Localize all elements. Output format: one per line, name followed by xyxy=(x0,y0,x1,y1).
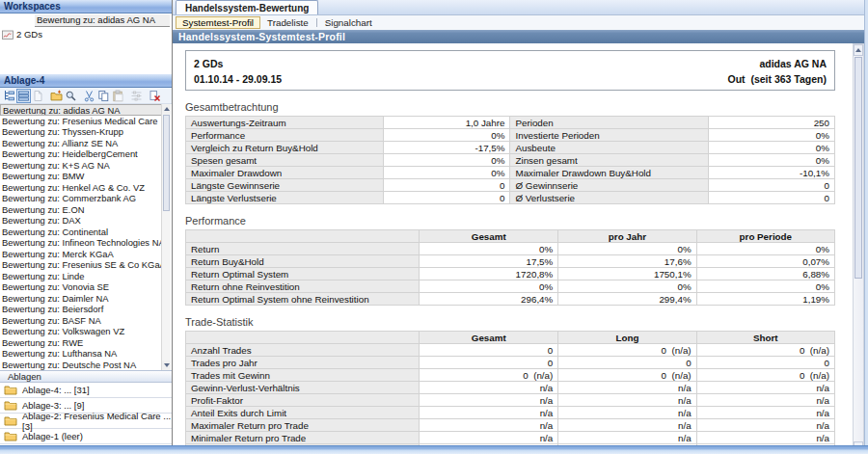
stat-value: n/a xyxy=(696,394,834,407)
tree-view-icon xyxy=(3,90,15,102)
list-item[interactable]: Bewertung zu: Vonovia SE xyxy=(0,281,162,293)
column-header: pro Jahr xyxy=(558,230,696,243)
application-window: Workspaces Bewertung zu: adidas AG NA 2 … xyxy=(0,0,868,454)
list-item[interactable]: Bewertung zu: BASF NA xyxy=(0,315,162,327)
main-scrollbar[interactable] xyxy=(853,43,864,454)
stat-label: Maximaler Drawdown xyxy=(186,167,384,179)
list-item[interactable]: Bewertung zu: Henkel AG & Co. VZ xyxy=(0,182,162,194)
subtab-systemtest-profil[interactable]: Systemtest-Profil xyxy=(176,16,260,29)
list-item[interactable]: Bewertung zu: Continental xyxy=(0,227,162,238)
stat-label: Auswertungs-Zeitraum xyxy=(186,117,384,129)
search-button[interactable] xyxy=(64,89,78,103)
list-scroll-up-button[interactable] xyxy=(162,104,171,114)
subtab-tradeliste[interactable]: Tradeliste xyxy=(260,16,315,29)
stat-label: Return Buy&Hold xyxy=(186,255,420,268)
list-item[interactable]: Bewertung zu: adidas AG NA xyxy=(0,104,162,116)
list-item[interactable]: Bewertung zu: Merck KGaA xyxy=(0,249,162,260)
stat-value: n/a xyxy=(558,432,696,444)
workspaces-header: Workspaces xyxy=(0,0,172,13)
scroll-up-button[interactable] xyxy=(854,44,863,56)
stat-label: Performance xyxy=(186,129,384,142)
folder-icon xyxy=(4,400,17,411)
table-row: Return0%0%0% xyxy=(186,243,835,255)
list-item[interactable]: Bewertung zu: Thyssen-Krupp xyxy=(0,126,162,138)
ablagen-header: Ablagen xyxy=(0,370,172,383)
folder-row[interactable]: Ablage-2: Fresenius Medical Care ... [3] xyxy=(0,414,172,429)
list-item[interactable]: Bewertung zu: RWE xyxy=(0,337,162,349)
workspace-group-item[interactable]: Bewertung zu: adidas AG NA xyxy=(35,14,170,27)
copy-button[interactable] xyxy=(96,89,111,103)
paste-button[interactable] xyxy=(111,89,125,103)
gd-chart-icon xyxy=(2,29,14,40)
properties-button[interactable] xyxy=(129,89,144,103)
stat-label: Anteil Exits durch Limit xyxy=(186,407,420,419)
list-item[interactable]: Bewertung zu: Fresenius Medical Care xyxy=(0,116,162,127)
stat-value: 0% xyxy=(696,280,834,293)
arrow-down-icon xyxy=(164,363,170,367)
table-row: Maximaler Drawdown0%Maximaler Drawdown B… xyxy=(186,167,835,179)
table-row: Minimaler Return pro Traden/an/an/a xyxy=(186,432,835,444)
stat-label: Trades pro Jahr xyxy=(186,357,420,369)
workspaces-title: Workspaces xyxy=(4,1,61,12)
stat-value: n/a xyxy=(696,382,834,394)
stat-value: 299,4% xyxy=(558,293,696,306)
list-scrollbar[interactable] xyxy=(161,104,171,370)
list-item[interactable]: Bewertung zu: Fresenius SE & Co KGaA xyxy=(0,259,162,271)
stat-value: 0% xyxy=(384,129,510,142)
stat-value: -17,5% xyxy=(384,142,510,154)
stat-value: n/a xyxy=(696,407,834,419)
arrow-up-icon xyxy=(855,48,861,52)
properties-icon xyxy=(130,90,143,102)
tab-handelssystem-bewertung[interactable]: Handelssystem-Bewertung xyxy=(176,0,318,14)
folder-row[interactable]: Ablage-4: ... [31] xyxy=(0,383,172,398)
list-item[interactable]: Bewertung zu: Infineon Technologies NA xyxy=(0,237,162,249)
tree-view-button[interactable] xyxy=(2,89,16,103)
list-item[interactable]: Bewertung zu: Allianz SE NA xyxy=(0,138,162,149)
stat-label: Perioden xyxy=(510,117,708,129)
stat-value: 1,19% xyxy=(696,293,834,306)
list-item[interactable]: Bewertung zu: Commerzbank AG xyxy=(0,193,162,204)
sidebar: Workspaces Bewertung zu: adidas AG NA 2 … xyxy=(0,0,173,454)
ablage-toolbar xyxy=(0,88,172,104)
list-view-button[interactable] xyxy=(16,89,31,103)
list-scrollbar-thumb[interactable] xyxy=(163,115,170,211)
list-item[interactable]: Bewertung zu: E.ON xyxy=(0,204,162,216)
section-title-performance: Performance xyxy=(185,215,835,227)
stat-label: Längste Verlustserie xyxy=(186,192,384,204)
stat-value: 0 (n/a) xyxy=(696,369,834,382)
stat-label: Trades mit Gewinn xyxy=(186,369,420,382)
main-scrollbar-thumb[interactable] xyxy=(854,57,862,279)
stat-label: Spesen gesamt xyxy=(186,154,384,167)
list-item[interactable]: Bewertung zu: Beiersdorf xyxy=(0,304,162,315)
subtab-signalchart[interactable]: Signalchart xyxy=(318,16,379,29)
table-header-row: Gesamtpro Jahrpro Periode xyxy=(186,230,835,243)
stat-value: 0% xyxy=(708,142,834,154)
folder-icon xyxy=(4,415,17,426)
stat-value: 0% xyxy=(708,154,834,167)
list-item[interactable]: Bewertung zu: Volkswagen VZ xyxy=(0,326,162,337)
list-item[interactable]: Bewertung zu: DAX xyxy=(0,215,162,227)
delete-button[interactable] xyxy=(148,89,162,103)
list-item[interactable]: Bewertung zu: K+S AG NA xyxy=(0,160,162,172)
panel-title-bar: Handelssystem-Systemtest-Profil xyxy=(173,30,868,43)
list-item[interactable]: Bewertung zu: Lufthansa NA xyxy=(0,348,162,360)
list-item[interactable]: Bewertung zu: HeidelbergCement xyxy=(0,148,162,160)
new-document-button[interactable] xyxy=(31,89,45,103)
column-header: Gesamt xyxy=(420,230,558,243)
table-row: Anteil Exits durch Limitn/an/an/a xyxy=(186,407,835,419)
stat-value: n/a xyxy=(696,419,834,432)
table-row: Return ohne Reinvestition0%0%0% xyxy=(186,280,835,293)
table-row: Performance0%Investierte Perioden0% xyxy=(186,129,835,142)
list-item[interactable]: Bewertung zu: Daimler NA xyxy=(0,293,162,305)
new-folder-icon xyxy=(50,90,63,102)
new-folder-button[interactable] xyxy=(49,89,64,103)
column-header: Long xyxy=(558,332,696,344)
list-item[interactable]: Bewertung zu: Deutsche Post NA xyxy=(0,360,162,371)
cut-button[interactable] xyxy=(82,89,96,103)
stat-label: Return Optimal System ohne Reinvestition xyxy=(186,293,420,306)
list-item[interactable]: Bewertung zu: Linde xyxy=(0,271,162,282)
workspace-item[interactable]: 2 GDs xyxy=(2,28,172,40)
performance-table: Gesamtpro Jahrpro PeriodeReturn0%0%0%Ret… xyxy=(185,229,835,306)
list-scroll-down-button[interactable] xyxy=(162,361,171,370)
list-item[interactable]: Bewertung zu: BMW xyxy=(0,171,162,182)
